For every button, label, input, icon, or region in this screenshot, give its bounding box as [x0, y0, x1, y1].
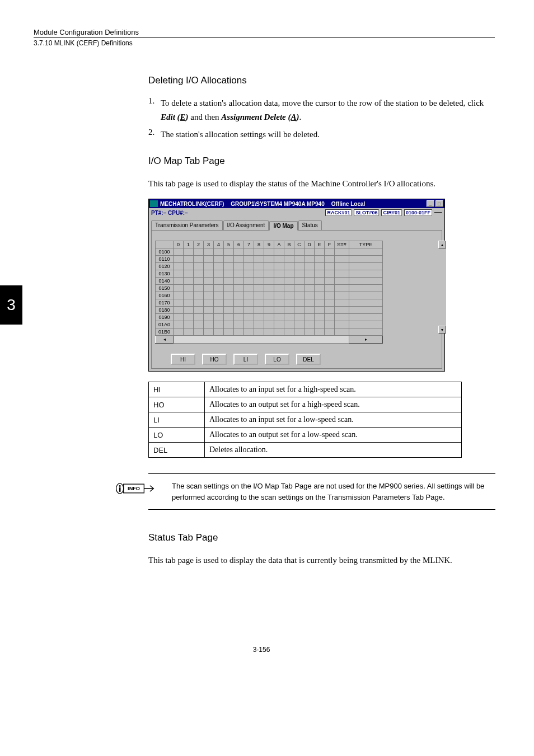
def-key: LI — [149, 412, 205, 428]
svg-rect-1 — [119, 485, 121, 487]
cir-box: CIR#01 — [381, 209, 402, 216]
header-sub: 3.7.10 MLINK (CERF) Definitions — [34, 39, 495, 47]
grid-row: 01B0 — [156, 328, 383, 336]
step-2-number: 2. — [148, 128, 161, 142]
def-key: DEL — [149, 443, 205, 458]
rack-box: RACK#01 — [325, 209, 352, 216]
svg-rect-2 — [119, 487, 121, 492]
grid-row: 01A0 — [156, 321, 383, 328]
window-icon — [150, 200, 158, 207]
def-val: Allocates to an output set for a high-sp… — [205, 397, 462, 412]
button-row: HI HO LI LO DEL — [155, 354, 438, 365]
ho-button[interactable]: HO — [202, 354, 227, 365]
step-2-text: The station's allocation settings will b… — [161, 128, 320, 142]
li-button[interactable]: LI — [233, 354, 258, 365]
title-left: MECHATROLINK(CERF) — [160, 201, 224, 207]
section-status-tab-title: Status Tab Page — [148, 532, 495, 543]
grid-row: 0190 — [156, 314, 383, 321]
page-number: 3-156 — [28, 646, 495, 654]
empty-box — [434, 212, 442, 213]
def-val: Allocates to an output set for a low-spe… — [205, 428, 462, 443]
definition-table: HIAllocates to an input set for a high-s… — [148, 382, 462, 458]
def-val: Allocates to an input set for a high-spe… — [205, 382, 462, 397]
grid-row: 0170 — [156, 299, 383, 307]
grid-row: 0100 — [156, 248, 383, 256]
info-bar: PT#:– CPU#:– RACK#01 SLOT#06 CIR#01 0100… — [149, 208, 444, 217]
def-key: HI — [149, 382, 205, 397]
def-val: Allocates to an input set for a low-spee… — [205, 412, 462, 428]
title-mid: GROUP1\SYSTEM4 MP940A MP940 — [231, 201, 324, 207]
tab-transmission-parameters[interactable]: Transmission Parameters — [151, 220, 223, 230]
info-block: INFO The scan settings on the I/O Map Ta… — [148, 473, 495, 510]
range-box: 0100-01FF — [404, 209, 432, 216]
svg-text:INFO: INFO — [128, 486, 140, 491]
tab-row: Transmission Parameters I/O Assignment I… — [149, 217, 444, 230]
step-1-number: 1. — [148, 96, 161, 124]
grid-row: 0130 — [156, 270, 383, 278]
step-2: 2. The station's allocation settings wil… — [148, 128, 495, 142]
header-top: Module Configuration Definitions — [34, 28, 495, 36]
def-val: Deletes allocation. — [205, 443, 462, 458]
h-scrollbar[interactable]: ◂▸ — [156, 336, 383, 344]
info-text: The scan settings on the I/O Map Tab Pag… — [172, 481, 495, 503]
maximize-button[interactable]: □ — [435, 200, 443, 207]
lo-button[interactable]: LO — [265, 354, 289, 365]
pt-cpu-label: PT#:– CPU#:– — [151, 210, 188, 216]
grid-row: 0150 — [156, 285, 383, 292]
tab-pane: 0 1 2 3 4 5 6 7 8 9 A B C — [151, 230, 442, 369]
tab-io-assignment[interactable]: I/O Assignment — [223, 220, 269, 230]
grid-row: 0160 — [156, 292, 383, 299]
section-deleting-io-title: Deleting I/O Allocations — [148, 75, 495, 86]
grid-header-row: 0 1 2 3 4 5 6 7 8 9 A B C — [156, 241, 383, 248]
minimize-button[interactable]: _ — [427, 200, 434, 207]
slot-box: SLOT#06 — [354, 209, 379, 216]
grid-row: 0110 — [156, 256, 383, 263]
title-right: Offline Local — [331, 201, 366, 207]
header-rule — [34, 37, 495, 38]
def-key: LO — [149, 428, 205, 443]
def-key: HO — [149, 397, 205, 412]
scroll-down-button[interactable]: ▾ — [438, 326, 446, 334]
grid-row: 0180 — [156, 307, 383, 314]
status-tab-intro: This tab page is used to display the dat… — [148, 553, 495, 567]
info-icon: INFO — [115, 481, 155, 503]
step-1: 1. To delete a station's allocation data… — [148, 96, 495, 124]
titlebar: MECHATROLINK(CERF) GROUP1\SYSTEM4 MP940A… — [149, 199, 444, 208]
del-button[interactable]: DEL — [296, 354, 321, 365]
scroll-up-button[interactable]: ▴ — [438, 241, 446, 248]
tab-status[interactable]: Status — [298, 220, 322, 230]
step-1-text: To delete a station's allocation data, m… — [161, 96, 495, 124]
io-map-grid: 0 1 2 3 4 5 6 7 8 9 A B C — [155, 241, 383, 344]
grid-row: 0140 — [156, 278, 383, 285]
grid-row: 0120 — [156, 263, 383, 270]
chapter-tab: 3 — [0, 285, 22, 325]
section-io-map-title: I/O Map Tab Page — [148, 156, 495, 167]
hi-button[interactable]: HI — [171, 354, 195, 365]
io-map-intro: This tab page is used to display the sta… — [148, 177, 495, 191]
v-scrollbar[interactable]: ▴ ▾ — [438, 241, 446, 334]
screenshot-window: MECHATROLINK(CERF) GROUP1\SYSTEM4 MP940A… — [148, 199, 445, 372]
tab-io-map[interactable]: I/O Map — [269, 221, 297, 231]
